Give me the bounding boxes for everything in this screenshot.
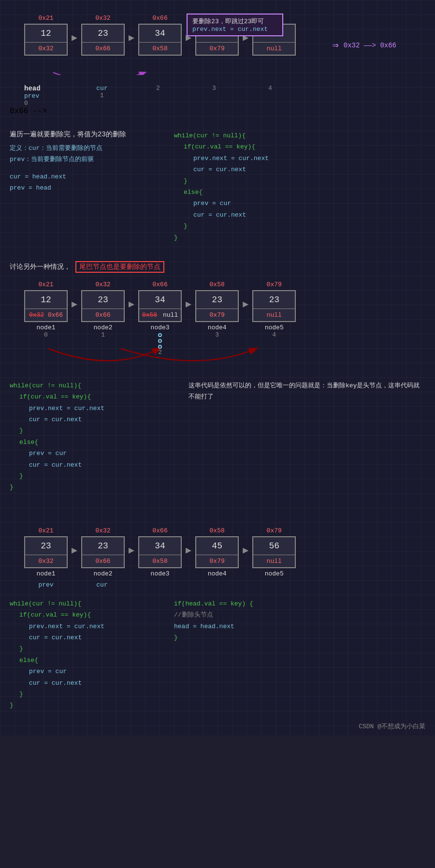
- index2: 2: [136, 85, 180, 92]
- s2-node1-addr: 0x21: [38, 281, 53, 288]
- s3-node4-label: node4: [208, 570, 227, 577]
- s3-node3-val: 34: [139, 537, 181, 555]
- s3-node3-addr: 0x66: [152, 527, 167, 534]
- circle1: [158, 333, 162, 337]
- s3-node2-box: 23 0x66: [81, 536, 125, 568]
- s2-node2-index: 1: [101, 331, 105, 338]
- s3-node2-addr: 0x32: [95, 527, 110, 534]
- s2-node3-addr: 0x66: [152, 281, 167, 288]
- s3-node2-val: 23: [82, 537, 124, 555]
- s2-node4-val: 23: [196, 291, 238, 309]
- s2-node2-box: 23 0x66: [81, 290, 125, 322]
- s2-node5-container: 0x79 23 null node5 4: [252, 281, 296, 338]
- node3-addr: 0x66: [152, 15, 167, 22]
- node1-box: 12 0x32: [24, 24, 68, 56]
- watermark: CSDN @不想成为小白菜: [359, 722, 425, 731]
- s2-node4-container: 0x58 23 0x79 node4 3: [195, 281, 239, 338]
- def1: 定义：cur：当前需要删除的节点: [10, 143, 160, 154]
- s3-arrow1: ▶: [72, 544, 77, 556]
- code-line-0: while(cur != null){ if(cur.val == key){ …: [174, 130, 425, 243]
- s2-node4-box: 23 0x79: [195, 290, 239, 322]
- s2-arrow1: ▶: [72, 298, 77, 310]
- node5-next: null: [253, 43, 295, 55]
- node3-val: 34: [139, 25, 181, 43]
- s3-node1-addr: 0x21: [38, 527, 53, 534]
- s3-node2-label: node2: [94, 570, 113, 577]
- node1-val: 12: [25, 25, 67, 43]
- s2-code-7: cur = cur.next: [10, 459, 174, 471]
- s2-node3-val: 34: [139, 291, 181, 309]
- annotation-line2: prev.next = cur.next: [192, 26, 277, 33]
- node2-next: 0x66: [82, 43, 124, 55]
- s2-node5-box: 23 null: [252, 290, 296, 322]
- s2-code-5: else{: [10, 437, 174, 448]
- section3-pointers: prev cur: [24, 581, 425, 588]
- section3-code-area: while(cur != null){ if(cur.val == key){ …: [10, 598, 425, 711]
- s3-node4-box: 45 0x79: [195, 536, 239, 568]
- s3-node1-val: 23: [25, 537, 67, 555]
- s2-node4-index: 3: [215, 331, 219, 338]
- arrow1: ▶: [72, 31, 77, 44]
- init1: cur = head.next: [10, 171, 160, 182]
- arrow2: ▶: [129, 31, 134, 44]
- s3-arrow3: ▶: [186, 544, 191, 556]
- s2-node1-box: 12 0x32 0x66: [24, 290, 68, 322]
- arrow-annotation: 0x32 ——> 0x66: [344, 42, 396, 49]
- section2-comment: 这串代码是依然可以的，但是它唯一的问题就是：当删除key是头节点，这串代码就不能…: [188, 380, 425, 493]
- s3-node2-container: 0x32 23 0x66 node2: [81, 527, 125, 577]
- section2: 讨论另外一种情况， 尾巴节点也是要删除的节点 0x21 12 0x32 0x66…: [10, 263, 425, 493]
- s2-arrow3: ▶: [186, 298, 191, 310]
- s2-node3-index: 2: [158, 349, 162, 356]
- annotation-line1: 要删除23，即跳过23即可: [192, 17, 277, 26]
- s3-node4-next: 0x79: [196, 555, 238, 567]
- s2-node5-next: null: [253, 309, 295, 321]
- s3-node3-next: 0x58: [139, 555, 181, 567]
- index3: 3: [192, 85, 236, 92]
- s2-code-2: prev.next = cur.next: [10, 403, 174, 414]
- s2-arrow4: ▶: [243, 298, 248, 310]
- s2-node1-container: 0x21 12 0x32 0x66 node1 0: [24, 281, 68, 338]
- page-container: 0x21 12 0x32 ▶ 0x32 23 0x66 ▶ 0x66: [0, 0, 435, 736]
- init2: prev = head: [10, 182, 160, 193]
- section2-code-area: while(cur != null){ if(cur.val == key){ …: [10, 380, 425, 493]
- node3-container: 0x66 34 0x58 要删除23，即跳过23即可 prev.next = c…: [138, 15, 182, 56]
- prev-label: prev: [24, 92, 68, 100]
- s2-node3-next: 0x58 null: [139, 309, 181, 321]
- s2-node1-label: node1: [36, 324, 55, 331]
- node2-container: 0x32 23 0x66: [81, 15, 125, 56]
- section3-right-code: if(head.val == key) { //删除头节点 head = hea…: [174, 598, 425, 711]
- s3-arrow4: ▶: [243, 544, 248, 556]
- s2-node5-label: node5: [265, 324, 284, 331]
- s3-arrow2: ▶: [129, 544, 134, 556]
- s2-node5-addr: 0x79: [267, 281, 282, 288]
- s3-node5-box: 56 null: [252, 536, 296, 568]
- section1-code: while(cur != null){ if(cur.val == key){ …: [174, 130, 425, 243]
- s2-node2-val: 23: [82, 291, 124, 309]
- head-label: head: [24, 85, 68, 92]
- s3-node4-addr: 0x58: [210, 527, 225, 534]
- s3-node3-box: 34 0x58: [138, 536, 182, 568]
- section2-title-highlight: 尾巴节点也是要删除的节点: [75, 261, 164, 273]
- section1-title: 遍历一遍就要删除完，将值为23的删除: [10, 130, 160, 139]
- s3-node1-label: node1: [36, 570, 55, 577]
- section2-title-area: 讨论另外一种情况， 尾巴节点也是要删除的节点: [10, 263, 425, 271]
- s2-node4-next: 0x79: [196, 309, 238, 321]
- s3-node5-next: null: [253, 555, 295, 567]
- s2-node2-label: node2: [94, 324, 113, 331]
- node1-addr: 0x21: [38, 15, 53, 22]
- s3-node4-val: 45: [196, 537, 238, 555]
- s2-arrow2: ▶: [129, 298, 134, 310]
- section3-left-code: while(cur != null){ if(cur.val == key){ …: [10, 598, 155, 711]
- s3-cur: cur: [80, 581, 124, 588]
- def2: prev：当前要删除节点的前驱: [10, 154, 160, 165]
- section3-nodes: 0x21 23 0x32 node1 ▶ 0x32 23 0x66 node2 …: [24, 527, 425, 577]
- s2-node3-box: 34 0x58 null: [138, 290, 182, 322]
- index4: 4: [248, 85, 292, 92]
- section1-text-area: 遍历一遍就要删除完，将值为23的删除 定义：cur：当前需要删除的节点 prev…: [10, 130, 425, 243]
- s2-node3-container: 0x66 34 0x58 null node3 2: [138, 281, 182, 356]
- section1-left-text: 遍历一遍就要删除完，将值为23的删除 定义：cur：当前需要删除的节点 prev…: [10, 130, 160, 243]
- s2-node1-index: 0: [44, 331, 48, 338]
- node3-box: 34 0x58: [138, 24, 182, 56]
- s2-code-0: while(cur != null){: [10, 380, 174, 391]
- s2-node5-val: 23: [253, 291, 295, 309]
